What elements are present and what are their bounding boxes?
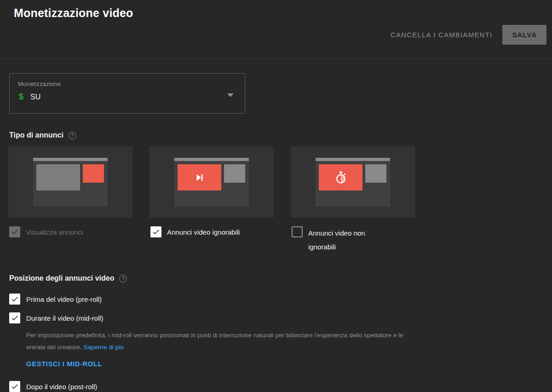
ad-types-heading: Tipo di annunci ?: [9, 131, 538, 139]
midroll-description-text: Per impostazione predefinita, i mid-roll…: [26, 332, 403, 351]
skippable-ads-illustration: [174, 158, 249, 207]
placement-option-midroll: Durante il video (mid-roll): [9, 312, 538, 323]
sidebar-thumbnail-shape: [224, 164, 245, 183]
non-skippable-ads-checkbox[interactable]: [292, 226, 303, 237]
page-title: Monetizzazione video: [14, 6, 546, 20]
display-ads-illustration: [33, 158, 108, 207]
display-ads-card: [8, 146, 132, 218]
save-button[interactable]: SALVA: [502, 25, 546, 45]
discard-changes-button[interactable]: CANCELLA I CAMBIAMENTI: [391, 31, 492, 39]
skippable-ads-checkbox[interactable]: [150, 226, 161, 237]
non-skippable-ads-card: [291, 146, 415, 218]
ad-type-option-skippable: Annunci video ignorabili: [150, 226, 275, 254]
stopwatch-icon: [334, 170, 348, 185]
display-ads-checkbox-label: Visualizza annunci: [26, 226, 83, 254]
browser-bar-shape: [174, 158, 249, 161]
ad-placement-heading-label: Posizione degli annunci video: [9, 274, 114, 282]
dollar-icon: $: [19, 92, 23, 102]
ad-type-option-display: Visualizza annunci: [9, 226, 133, 254]
midroll-checkbox-label: Durante il video (mid-roll): [26, 312, 104, 323]
header-actions: CANCELLA I CAMBIAMENTI SALVA: [14, 25, 546, 45]
sidebar-thumbnail-shape: [365, 164, 386, 183]
learn-more-link[interactable]: Saperne di più: [84, 344, 124, 351]
skip-next-icon: [194, 172, 206, 184]
preroll-checkbox-label: Prima del video (pre-roll): [26, 294, 102, 305]
ad-type-options: Visualizza annunci Annunci video ignorab…: [9, 226, 538, 254]
postroll-checkbox-label: Dopo il video (post-roll): [26, 381, 97, 392]
video-ad-shape: [319, 164, 362, 190]
midroll-checkbox[interactable]: [9, 312, 20, 323]
placement-option-preroll: Prima del video (pre-roll): [9, 294, 538, 305]
manage-midroll-link[interactable]: GESTISCI I MID-ROLL: [26, 360, 102, 368]
caret-down-icon[interactable]: [227, 93, 234, 97]
check-icon: [11, 314, 19, 322]
browser-bar-shape: [33, 158, 108, 161]
midroll-description: Per impostazione predefinita, i mid-roll…: [26, 329, 408, 353]
check-icon: [11, 382, 19, 391]
browser-bar-shape: [316, 158, 390, 161]
monetization-select-value-row: $ SU: [18, 92, 236, 102]
display-ads-checkbox: [9, 226, 20, 237]
ad-types-heading-label: Tipo di annunci: [9, 131, 63, 139]
help-icon[interactable]: ?: [119, 275, 127, 282]
video-ad-shape: [178, 164, 221, 190]
page-content: Monetizzazione $ SU Tipo di annunci ?: [0, 59, 552, 392]
ad-placement-heading: Posizione degli annunci video ?: [9, 274, 538, 282]
monetization-select[interactable]: Monetizzazione $ SU: [9, 73, 245, 114]
preroll-checkbox[interactable]: [9, 294, 20, 305]
help-icon[interactable]: ?: [69, 132, 76, 139]
check-icon: [11, 295, 19, 303]
ad-type-option-non-skippable: Annunci video non ignorabili: [292, 226, 416, 254]
display-ad-shape: [83, 164, 104, 183]
postroll-checkbox[interactable]: [9, 381, 20, 392]
skippable-ads-checkbox-label: Annunci video ignorabili: [167, 226, 240, 254]
video-monetization-page: Monetizzazione video CANCELLA I CAMBIAME…: [0, 0, 552, 392]
skippable-ads-card: [150, 146, 274, 218]
monetization-select-label: Monetizzazione: [18, 81, 236, 87]
non-skippable-ads-checkbox-label: Annunci video non ignorabili: [308, 226, 389, 254]
ad-type-cards: [8, 146, 538, 218]
placement-option-postroll: Dopo il video (post-roll): [9, 381, 538, 392]
monetization-select-value: SU: [30, 93, 40, 101]
check-icon: [152, 228, 160, 236]
page-header: Monetizzazione video CANCELLA I CAMBIAME…: [0, 0, 552, 59]
check-icon: [11, 228, 19, 236]
non-skippable-ads-illustration: [316, 158, 390, 207]
video-player-shape: [36, 164, 80, 190]
